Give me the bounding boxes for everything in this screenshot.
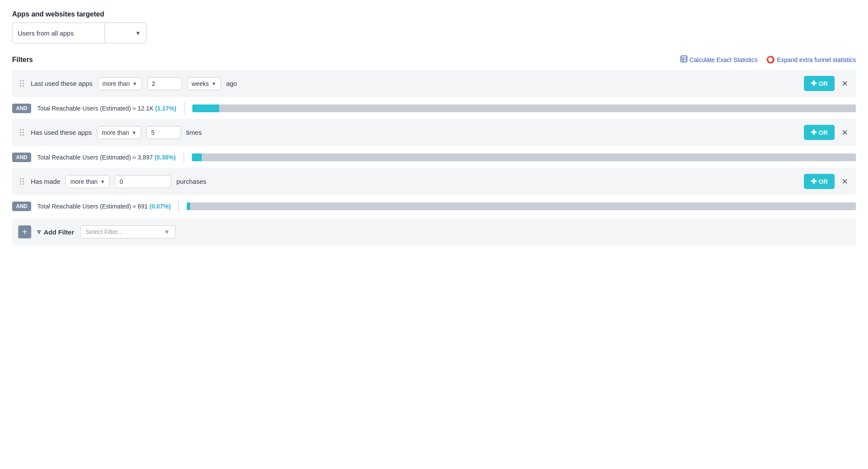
and-stats-row-3: AND Total Reachable Users (Estimated) ≈ … [12, 196, 856, 217]
filter-3-remove-button[interactable]: ✕ [840, 178, 850, 186]
apps-dropdown[interactable]: Users from all apps ▼ [12, 23, 146, 43]
plus-icon: ✚ [811, 128, 816, 137]
select-filter-dropdown[interactable]: Select Filter... ▼ [80, 225, 175, 238]
expand-funnel-link[interactable]: ⭕ Expand extra funnel statistics [766, 55, 856, 64]
filter-1-suffix: ago [226, 80, 237, 87]
filter-3-or-label: OR [819, 178, 828, 185]
chevron-down-icon: ▼ [100, 179, 105, 184]
filter-1-condition-dropdown[interactable]: more than ▼ [98, 77, 142, 90]
calculate-stats-link[interactable]: ​ Calculate Exact Statistics [680, 55, 758, 64]
filter-row-2: Has used these apps more than ▼ times ✚ … [12, 119, 856, 146]
filter-2-or-button[interactable]: ✚ OR [804, 125, 835, 140]
and-badge-1: AND [12, 104, 31, 113]
filter-1-value-input[interactable] [147, 77, 182, 90]
stats-text-2: Total Reachable Users (Estimated) ≈ 3,89… [37, 154, 176, 161]
drag-handle-2[interactable] [18, 127, 26, 137]
filter-3-value-input[interactable] [115, 175, 171, 188]
stats-divider-3 [178, 200, 179, 212]
chevron-down-icon: ▼ [164, 228, 170, 235]
drag-handle-3[interactable] [18, 176, 26, 186]
and-stats-row-1: AND Total Reachable Users (Estimated) ≈ … [12, 98, 856, 119]
apps-dropdown-label: Users from all apps [18, 29, 74, 37]
chevron-down-icon: ▼ [133, 81, 137, 86]
filters-section: Filters ​ Calculate Exact Statistics ⭕ E… [12, 55, 856, 245]
filter-row-3: Has made more than ▼ purchases ✚ OR ✕ [12, 168, 856, 195]
filter-2-suffix: times [186, 129, 202, 136]
filter-2-prefix: Has used these apps [31, 129, 92, 136]
chevron-down-icon: ▼ [211, 81, 216, 86]
filter-row-1: Last used these apps more than ▼ weeks ▼… [12, 70, 856, 97]
and-badge-2: AND [12, 153, 31, 162]
filters-label: Filters [12, 56, 33, 64]
filter-1-or-label: OR [819, 80, 828, 87]
select-filter-placeholder: Select Filter... [86, 228, 123, 235]
stats-divider-1 [184, 102, 185, 114]
filter-3-or-button[interactable]: ✚ OR [804, 174, 835, 189]
chevron-down-icon: ▼ [135, 30, 141, 36]
add-filter-text: Add Filter [44, 228, 74, 236]
apps-section: Apps and websites targeted Users from al… [12, 10, 856, 43]
plus-icon: ✚ [811, 177, 816, 186]
filter-3-suffix: purchases [176, 178, 206, 185]
svg-rect-0 [681, 56, 687, 62]
filter-3-condition-dropdown[interactable]: more than ▼ [65, 175, 110, 188]
filter-1-condition-label: more than [103, 80, 130, 87]
progress-bar-fill-2 [192, 153, 202, 161]
filter-2-condition-dropdown[interactable]: more than ▼ [97, 126, 141, 139]
plus-circle-icon: ⭕ [766, 55, 775, 64]
progress-bar-fill-1 [192, 104, 219, 112]
stats-text-3: Total Reachable Users (Estimated) ≈ 691 … [37, 203, 171, 210]
stats-text-1: Total Reachable Users (Estimated) ≈ 12.1… [37, 105, 176, 112]
apps-section-title: Apps and websites targeted [12, 10, 856, 18]
funnel-icon: ▿ [37, 228, 41, 236]
filter-2-value-input[interactable] [146, 126, 181, 139]
filter-3-prefix: Has made [31, 178, 60, 185]
apps-dropdown-divider [104, 23, 105, 43]
stats-percent-2: (0.38%) [155, 154, 176, 161]
filter-1-unit-label: weeks [192, 80, 209, 87]
progress-bar-3 [187, 202, 856, 210]
chevron-down-icon: ▼ [132, 130, 136, 135]
filter-1-remove-button[interactable]: ✕ [840, 80, 850, 88]
drag-handle-1[interactable] [18, 78, 26, 88]
filter-2-remove-button[interactable]: ✕ [840, 129, 850, 137]
progress-bar-fill-3 [187, 202, 190, 210]
stats-percent-1: (1.17%) [155, 105, 176, 112]
plus-icon: ✚ [811, 79, 816, 88]
stats-divider-2 [184, 151, 184, 163]
table-icon: ​ [680, 55, 687, 64]
add-filter-label: ▿ Add Filter [37, 228, 74, 236]
filters-actions: ​ Calculate Exact Statistics ⭕ Expand ex… [680, 55, 856, 64]
expand-funnel-label: Expand extra funnel statistics [777, 56, 856, 63]
stats-percent-3: (0.07%) [149, 203, 171, 210]
filter-2-or-label: OR [819, 129, 828, 136]
and-badge-3: AND [12, 202, 31, 211]
filter-3-condition-label: more than [70, 178, 97, 185]
filter-1-prefix: Last used these apps [31, 80, 93, 87]
progress-bar-1 [192, 104, 856, 112]
and-stats-row-2: AND Total Reachable Users (Estimated) ≈ … [12, 147, 856, 168]
add-filter-row: + ▿ Add Filter Select Filter... ▼ [12, 218, 856, 245]
filter-1-unit-dropdown[interactable]: weeks ▼ [187, 77, 221, 90]
progress-bar-2 [192, 153, 856, 161]
add-filter-plus-button[interactable]: + [18, 225, 31, 238]
filter-1-or-button[interactable]: ✚ OR [804, 76, 835, 91]
calculate-stats-label: Calculate Exact Statistics [690, 56, 758, 63]
filters-header: Filters ​ Calculate Exact Statistics ⭕ E… [12, 55, 856, 64]
filter-2-condition-label: more than [102, 129, 129, 136]
